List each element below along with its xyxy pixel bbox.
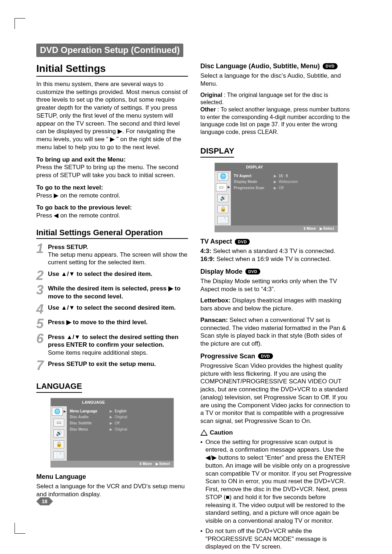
- tv-aspect-text: 4:3: Select when a standard 4:3 TV is co…: [200, 247, 352, 263]
- lock-icon: 🔒: [217, 205, 228, 213]
- osd-list: Menu Language▶English Disc Audio▶Origina…: [67, 406, 173, 461]
- osd-value: Widescreen: [279, 180, 298, 184]
- step-body: The setup menu appears. The screen will …: [48, 251, 187, 266]
- disc-language-heading: Disc Language (Audio, Subtitle, Menu) DV…: [200, 62, 352, 70]
- text: Once the setting for progressive scan ou…: [205, 438, 352, 525]
- step-body: Some items require additional steps.: [48, 349, 148, 356]
- osd-value: Off: [279, 186, 283, 191]
- osd-foot-move: Move: [307, 227, 316, 231]
- prev-level-text: Press ◀ on the remote control.: [36, 212, 188, 220]
- step-number: 4: [36, 304, 46, 315]
- chevron-right-icon: ▶: [64, 410, 66, 414]
- step-title: Press SETUP.: [48, 244, 88, 250]
- steps-list: 1 Press SETUP.The setup menu appears. Th…: [36, 243, 188, 371]
- initial-settings-heading: Initial Settings: [36, 62, 188, 77]
- osd-row: Menu Language▶English: [70, 408, 171, 415]
- chevron-right-icon: ▶: [274, 174, 279, 179]
- osd-value: 16 : 9: [279, 174, 288, 179]
- osd-label: Disc Subtitle: [70, 421, 110, 426]
- osd-footer: ⇕Move ▶Select: [51, 461, 173, 468]
- dvd-badge: DVD: [258, 353, 273, 359]
- step-6: 6 Press ▲/▼ to select the desired settin…: [36, 333, 188, 357]
- dvd-badge: DVD: [245, 269, 260, 274]
- step-5: 5 Press ▶ to move to the third level.: [36, 318, 188, 330]
- chevron-right-icon: ▶: [320, 227, 323, 231]
- right-column: Disc Language (Audio, Subtitle, Menu) DV…: [200, 62, 352, 553]
- chevron-right-icon: ▶: [274, 180, 279, 184]
- osd-label: Disc Menu: [70, 427, 110, 432]
- osd-tabs: 🌐▶ ▭ 🔊 🔒 📄: [51, 406, 67, 461]
- osd-row: Disc Subtitle▶Off: [70, 420, 171, 427]
- warning-icon: [200, 429, 208, 436]
- menu-language-text: Select a language for the VCR and DVD’s …: [36, 482, 188, 498]
- text: Do not turn off the DVD+VCR while the "P…: [205, 527, 352, 551]
- heading-text: Disc Language (Audio, Subtitle, Menu): [200, 62, 320, 70]
- doc-icon: 📄: [53, 451, 64, 459]
- step-7: 7 Press SETUP to exit the setup menu.: [36, 360, 188, 371]
- caution-heading: Caution: [200, 429, 352, 437]
- heading-text: Display Mode: [200, 268, 242, 276]
- label-panscan: Panscan:: [200, 317, 228, 323]
- osd-row: Disc Audio▶Original: [70, 414, 171, 420]
- osd-header: LANGUAGE: [51, 398, 173, 406]
- progressive-scan-text: Progressive Scan Video provides the high…: [200, 362, 352, 425]
- lock-icon: 🔒: [53, 440, 64, 448]
- step-number: 5: [36, 318, 46, 330]
- next-level-text: Press ▶ on the remote control.: [36, 192, 188, 200]
- crop-mark-bottom-left: [15, 523, 25, 534]
- heading-text: Progressive Scan: [200, 352, 255, 360]
- globe-icon: 🌐: [217, 172, 228, 180]
- language-section-heading: LANGUAGE: [36, 381, 82, 392]
- osd-label: Progressive Scan: [234, 186, 274, 191]
- step-3: 3 While the desired item is selected, pr…: [36, 285, 188, 300]
- bring-up-heading: To bring up and exit the Menu:: [36, 156, 188, 164]
- label-letterbox: Letterbox:: [200, 297, 230, 304]
- step-title: While the desired item is selected, pres…: [48, 285, 180, 300]
- caution-item: Do not turn off the DVD+VCR while the "P…: [200, 527, 352, 551]
- osd-header: DISPLAY: [215, 163, 338, 171]
- osd-row: TV Aspect▶16 : 9: [234, 173, 335, 179]
- osd-label: TV Aspect: [234, 174, 274, 179]
- dvd-badge: DVD: [323, 63, 338, 69]
- step-1: 1 Press SETUP.The setup menu appears. Th…: [36, 243, 188, 266]
- osd-value: Original: [115, 415, 127, 420]
- next-level-heading: To go to the next level:: [36, 184, 188, 192]
- osd-foot-select: Select: [323, 227, 334, 231]
- step-number: 1: [36, 243, 46, 254]
- page-banner: DVD Operation Setup (Continued): [36, 44, 183, 57]
- progressive-scan-heading: Progressive Scan DVD: [200, 352, 352, 360]
- prev-level-heading: To go back to the previous level:: [36, 204, 188, 212]
- page-number: 18: [40, 497, 49, 505]
- chevron-right-icon: ▶: [110, 421, 115, 426]
- display-mode-panscan: Panscan: Select when a conventional TV s…: [200, 316, 352, 348]
- disc-language-p2: Original : The original language set for…: [200, 91, 352, 136]
- caution-item: Once the setting for progressive scan ou…: [200, 438, 352, 525]
- step-4: 4 Use ▲/▼ to select the second desired i…: [36, 304, 188, 315]
- crop-mark-top-left: [15, 18, 25, 29]
- text: : To select another language, press numb…: [200, 106, 350, 135]
- menu-language-heading: Menu Language: [36, 473, 188, 481]
- chevron-right-icon: ▶: [156, 462, 159, 466]
- osd-value: Original: [115, 427, 127, 432]
- step-title: Press ▶ to move to the third level.: [48, 319, 148, 326]
- chevron-right-icon: ▶: [228, 185, 230, 190]
- chevron-right-icon: ▶: [110, 415, 115, 420]
- text: Select when a standard 4:3 TV is connect…: [211, 248, 335, 254]
- osd-display-menu: DISPLAY 🌐 ▭▶ 🔊 🔒 📄 TV Aspect▶16 : 9 Disp…: [215, 163, 338, 233]
- chevron-right-icon: ▶: [110, 427, 115, 432]
- osd-foot-move: Move: [143, 462, 152, 466]
- label-other: Other: [200, 106, 216, 113]
- osd-label: Disc Audio: [70, 415, 110, 420]
- display-mode-letterbox: Letterbox: Displays theatrical images wi…: [200, 297, 352, 313]
- general-operation-heading: Initial Settings General Operation: [36, 228, 188, 239]
- osd-list: TV Aspect▶16 : 9 Display Mode▶Widescreen…: [231, 171, 338, 225]
- display-mode-heading: Display Mode DVD: [200, 268, 352, 276]
- updown-icon: ⇕: [303, 227, 306, 231]
- tv-icon: ▭: [216, 183, 227, 191]
- tv-aspect-heading: TV Aspect DVD: [200, 237, 352, 246]
- chevron-right-icon: ▶: [110, 409, 115, 414]
- step-number: 3: [36, 285, 46, 296]
- osd-row: Display Mode▶Widescreen: [234, 179, 335, 185]
- bring-up-text: Press the SETUP to bring up the menu. Th…: [36, 163, 188, 179]
- step-title: Use ▲/▼ to select the second desired ite…: [48, 304, 176, 311]
